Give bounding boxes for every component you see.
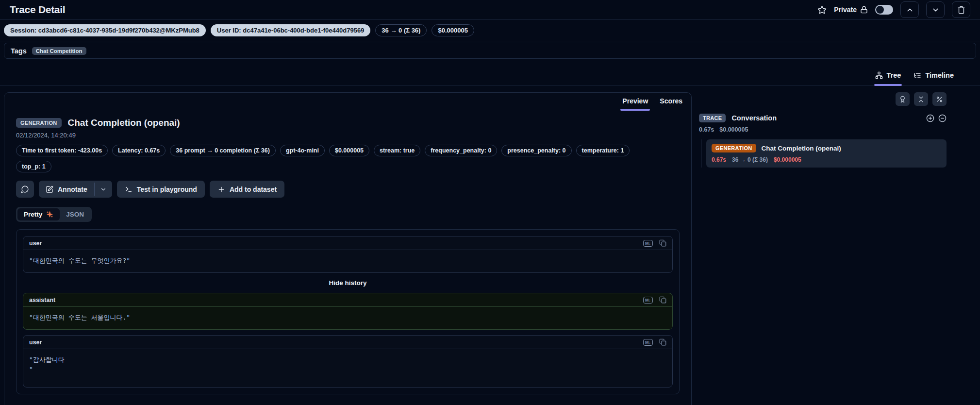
plus-circle-icon[interactable]: [926, 114, 934, 122]
comments-button[interactable]: [16, 181, 34, 198]
pill-token-usage: 36 prompt → 0 completion (Σ 36): [170, 145, 276, 156]
timeline-icon: [914, 71, 921, 79]
tab-tree-label: Tree: [887, 71, 901, 79]
session-badge[interactable]: Session: cd3abcd6-c81c-4037-935d-19d9f27…: [4, 24, 206, 36]
pill-model[interactable]: gpt-4o-mini: [280, 145, 325, 156]
message-user-1: user M↓ "대한민국의 수도는 무엇인가요?": [23, 236, 673, 273]
sparkles-icon: [46, 211, 53, 218]
tag-chat-competition[interactable]: Chat Competition: [32, 47, 86, 55]
edit-pen-icon: [46, 186, 53, 193]
tree-expand-controls: [926, 114, 947, 122]
metric-pills: Time to first token: -423.00s Latency: 0…: [16, 145, 662, 172]
chat-bubble-icon: [21, 185, 29, 193]
markdown-toggle-icon[interactable]: M↓: [643, 339, 653, 346]
minus-circle-icon[interactable]: [938, 114, 947, 122]
chevron-down-icon: [931, 6, 940, 14]
public-sharing-toggle[interactable]: [875, 5, 893, 15]
header-actions: Private: [817, 1, 970, 18]
actions-row: Annotate Test in playground Add to datas…: [16, 181, 680, 198]
markdown-toggle-icon[interactable]: M↓: [643, 240, 653, 247]
copy-icon[interactable]: [659, 296, 666, 304]
annotate-label: Annotate: [58, 186, 87, 193]
observation-preview-card: Preview Scores GENERATION Chat Completio…: [4, 92, 692, 405]
message-role: assistant: [29, 297, 55, 304]
pill-top-p: top_p: 1: [16, 161, 51, 172]
annotate-button[interactable]: Annotate: [39, 181, 94, 198]
tags-label: Tags: [11, 47, 27, 55]
message-role: user: [29, 240, 42, 247]
node-header: GENERATION Chat Completion (openai): [712, 144, 941, 152]
message-content: "대한민국의 수도는 무엇인가요?": [23, 250, 672, 272]
tree-children: GENERATION Chat Completion (openai) 0.67…: [701, 139, 947, 168]
annotate-split-button: Annotate: [39, 181, 112, 198]
privacy-text: Private: [834, 6, 857, 14]
dataset-label: Add to dataset: [230, 186, 277, 193]
observation-timestamp: 02/12/2024, 14:20:49: [16, 132, 680, 139]
trace-metrics: 0.67s $0.000005: [699, 126, 947, 133]
view-tabs: Tree Timeline: [0, 71, 980, 85]
trace-cost: $0.000005: [719, 126, 748, 133]
generation-node-badge: GENERATION: [712, 144, 756, 152]
tab-preview[interactable]: Preview: [622, 97, 648, 110]
award-icon: [899, 96, 906, 103]
percent-icon: [936, 96, 943, 103]
pretty-label: Pretty: [24, 211, 42, 218]
markdown-toggle-icon[interactable]: M↓: [643, 297, 653, 304]
copy-icon[interactable]: [659, 338, 666, 346]
pill-stream: stream: true: [374, 145, 420, 156]
format-pretty-segment[interactable]: Pretty: [17, 208, 60, 220]
tree-controls: [699, 92, 947, 106]
pill-presence-penalty: presence_penalty: 0: [501, 145, 571, 156]
message-content: "감사합니다 ": [23, 349, 672, 387]
next-trace-button[interactable]: [926, 1, 945, 18]
annotate-dropdown-button[interactable]: [95, 181, 112, 198]
metrics-toggle-button[interactable]: [932, 92, 947, 106]
node-latency: 0.67s: [712, 156, 726, 163]
hide-history-button[interactable]: Hide history: [23, 278, 673, 287]
observation-header: GENERATION Chat Completion (openai): [16, 118, 680, 128]
panel-tabs: Preview Scores: [4, 93, 691, 110]
message-tools: M↓: [643, 338, 666, 346]
trace-root-row: TRACE Conversation: [699, 114, 947, 122]
trash-icon: [957, 6, 965, 14]
scores-toggle-button[interactable]: [896, 92, 910, 106]
pill-time-to-first-token: Time to first token: -423.00s: [16, 145, 108, 156]
delete-trace-button[interactable]: [952, 1, 970, 18]
page-header: Trace Detail Private: [0, 0, 980, 19]
node-token-usage: 36 → 0 (Σ 36): [732, 156, 768, 163]
message-role: user: [29, 339, 42, 346]
tab-preview-label: Preview: [622, 97, 648, 105]
user-id-badge[interactable]: User ID: dc47a41e-06bc-400d-bde1-f0e440d…: [211, 24, 371, 36]
pill-latency: Latency: 0.67s: [112, 145, 166, 156]
tab-timeline[interactable]: Timeline: [914, 71, 954, 85]
observation-body: GENERATION Chat Completion (openai) 02/1…: [4, 110, 691, 402]
message-assistant: assistant M↓ "대한민국의 수도는 서울입니다.": [23, 293, 673, 330]
message-header: user M↓: [23, 236, 672, 250]
content-area: Preview Scores GENERATION Chat Completio…: [0, 85, 980, 405]
message-tools: M↓: [643, 239, 666, 247]
add-to-dataset-button[interactable]: Add to dataset: [210, 181, 284, 198]
message-header: assistant M↓: [23, 293, 672, 307]
plus-icon: [217, 186, 225, 193]
messages-container: user M↓ "대한민국의 수도는 무엇인가요?" Hide history …: [16, 229, 680, 394]
tab-scores[interactable]: Scores: [660, 97, 682, 110]
trace-title[interactable]: Conversation: [731, 114, 920, 122]
message-header: user M↓: [23, 336, 672, 349]
toggle-knob: [876, 6, 884, 14]
test-in-playground-button[interactable]: Test in playground: [117, 181, 205, 198]
total-cost-badge: $0.000005: [432, 24, 474, 36]
badges-divider: [0, 41, 980, 41]
lock-icon: [860, 6, 868, 14]
generation-node-title: Chat Completion (openai): [762, 145, 841, 152]
previous-trace-button[interactable]: [900, 1, 919, 18]
bookmark-star-icon[interactable]: [817, 5, 827, 15]
node-metrics: 0.67s 36 → 0 (Σ 36) $0.000005: [712, 156, 941, 163]
format-toggle: Pretty JSON: [16, 207, 92, 222]
format-json-segment[interactable]: JSON: [60, 208, 90, 220]
privacy-label: Private: [834, 6, 868, 14]
generation-tree-node[interactable]: GENERATION Chat Completion (openai) 0.67…: [706, 139, 947, 168]
copy-icon[interactable]: [659, 239, 666, 247]
collapse-all-button[interactable]: [914, 92, 928, 106]
tab-tree[interactable]: Tree: [875, 71, 901, 85]
terminal-icon: [125, 186, 133, 193]
